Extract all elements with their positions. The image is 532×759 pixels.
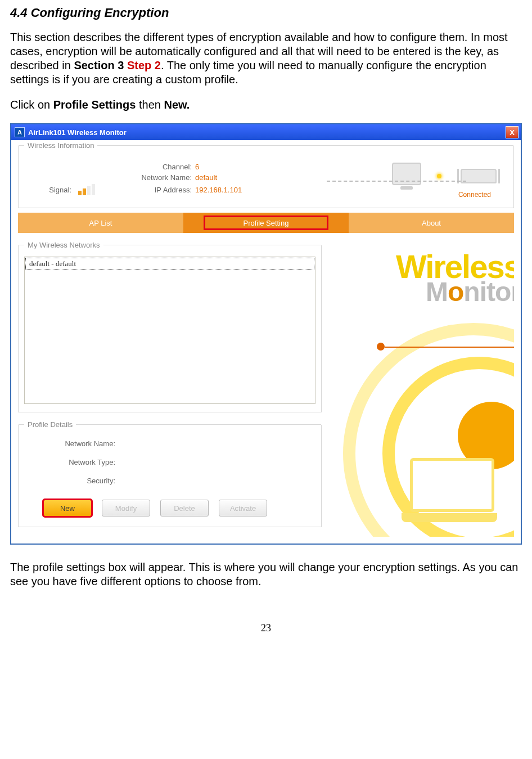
p1-step2: Step 2 bbox=[127, 59, 161, 71]
paragraph-3: The profile settings box will appear. Th… bbox=[10, 560, 522, 589]
detail-netname-label: Network Name: bbox=[24, 439, 120, 448]
status-dot-icon bbox=[437, 174, 441, 178]
logo-m-post: nitor bbox=[463, 277, 514, 307]
delete-button[interactable]: Delete bbox=[160, 500, 209, 517]
modify-button[interactable]: Modify bbox=[102, 500, 150, 517]
list-item[interactable]: default - default bbox=[25, 258, 314, 270]
detail-netname-value bbox=[120, 439, 315, 448]
my-networks-label: My Wireless Networks bbox=[24, 241, 103, 249]
detail-security-label: Security: bbox=[24, 477, 120, 485]
tab-profile-setting[interactable]: Profile Setting bbox=[183, 213, 349, 233]
logo-m-pre: M bbox=[426, 277, 448, 307]
detail-security-value bbox=[120, 477, 315, 485]
connection-diagram bbox=[291, 163, 506, 190]
app-window: A AirLink101 Wireless Monitor X Wireless… bbox=[10, 123, 522, 545]
profile-details-group: Profile Details Network Name: Network Ty… bbox=[18, 425, 322, 527]
signal-label: Signal: bbox=[26, 186, 75, 194]
channel-value: 6 bbox=[195, 163, 291, 171]
networks-listbox[interactable]: default - default bbox=[24, 257, 315, 404]
detail-nettype-value bbox=[120, 458, 315, 466]
close-button[interactable]: X bbox=[506, 126, 519, 138]
p1-section3: Section 3 bbox=[74, 59, 127, 71]
p2-a: Click on bbox=[10, 98, 53, 111]
p2-profile-settings: Profile Settings bbox=[53, 98, 136, 111]
ip-value: 192.168.1.101 bbox=[195, 186, 291, 194]
app-icon: A bbox=[15, 127, 25, 137]
channel-label: Channel: bbox=[116, 163, 195, 171]
monitor-icon bbox=[392, 163, 421, 190]
wireless-monitor-logo: Wireless Monitor bbox=[396, 248, 514, 307]
page-number: 23 bbox=[10, 622, 522, 634]
network-name-value: default bbox=[195, 173, 291, 182]
paragraph-1: This section describes the different typ… bbox=[10, 30, 522, 87]
tab-about[interactable]: About bbox=[349, 213, 514, 233]
button-row: New Modify Delete Activate bbox=[24, 495, 315, 519]
network-name-label: Network Name: bbox=[116, 173, 195, 182]
right-artwork: Wireless Monitor bbox=[322, 233, 514, 537]
signal-bars-icon bbox=[78, 184, 95, 195]
my-networks-group: My Wireless Networks default - default bbox=[18, 245, 322, 412]
paragraph-2: Click on Profile Settings then New. bbox=[10, 98, 522, 112]
detail-nettype-label: Network Type: bbox=[24, 458, 120, 466]
tab-ap-list[interactable]: AP List bbox=[18, 213, 183, 233]
p2-c: then bbox=[136, 98, 164, 111]
section-heading: 4.4 Configuring Encryption bbox=[10, 6, 522, 20]
titlebar[interactable]: A AirLink101 Wireless Monitor X bbox=[11, 124, 521, 140]
tab-bar: AP List Profile Setting About bbox=[18, 213, 514, 233]
highlight-box-icon bbox=[204, 215, 328, 230]
laptop-icon bbox=[410, 458, 497, 522]
left-column: My Wireless Networks default - default P… bbox=[18, 233, 322, 537]
orbit-dot-icon bbox=[377, 343, 385, 351]
window-body: Wireless Information Channel: 6 Network … bbox=[11, 146, 521, 537]
logo-m-o: o bbox=[448, 277, 463, 307]
activate-button[interactable]: Activate bbox=[219, 500, 267, 517]
connected-label: Connected bbox=[291, 191, 506, 199]
profile-details-label: Profile Details bbox=[24, 420, 76, 429]
window-title: AirLink101 Wireless Monitor bbox=[28, 128, 506, 137]
wireless-info-label: Wireless Information bbox=[24, 141, 97, 150]
ip-label: IP Address: bbox=[116, 186, 195, 194]
lower-area: My Wireless Networks default - default P… bbox=[18, 233, 514, 537]
link-line-icon bbox=[327, 181, 466, 182]
wireless-info-group: Wireless Information Channel: 6 Network … bbox=[18, 146, 514, 208]
p2-new: New. bbox=[164, 98, 190, 111]
orbit-line-icon bbox=[385, 347, 514, 348]
new-button[interactable]: New bbox=[43, 500, 92, 517]
